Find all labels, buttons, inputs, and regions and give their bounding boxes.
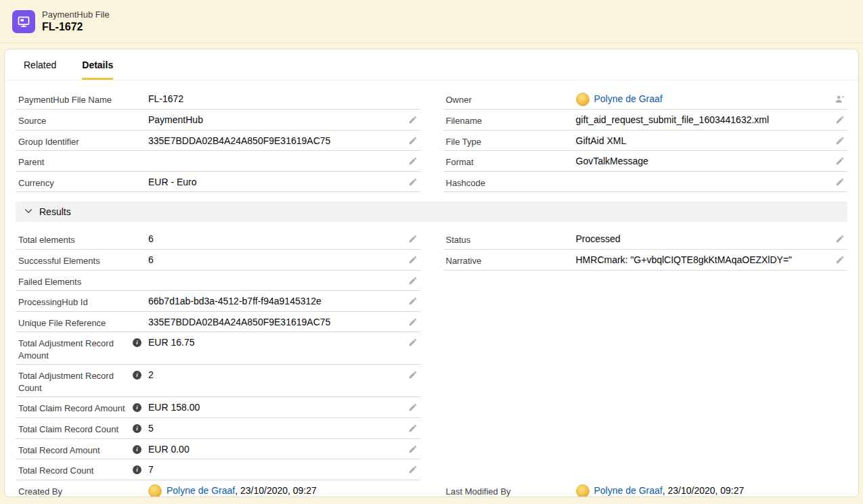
edit-pencil-icon <box>408 156 418 166</box>
field-row: Unique File Reference335E7BDDA02B4A24A85… <box>16 312 847 333</box>
tab-related[interactable]: Related <box>24 49 56 80</box>
field-label-successful-elements: Successful Elements <box>18 253 148 267</box>
field-format: FormatGovTalkMessage <box>443 151 848 172</box>
field-label-format: Format <box>446 154 576 168</box>
field-value-file-type: GiftAid XML <box>576 134 829 148</box>
edit-pencil-icon <box>408 317 418 327</box>
field-value-processinghub-id: 66b7d1ab-bd3a-4512-b7ff-f94a9145312e <box>148 294 401 308</box>
field-label-currency: Currency <box>18 175 148 189</box>
edit-source-button[interactable] <box>408 115 418 126</box>
field-file-type: File TypeGiftAid XML <box>443 131 848 152</box>
field-total-claim-record-amount: Total Claim Record AmountiEUR 158.00 <box>16 397 420 418</box>
edit-total-record-count-button[interactable] <box>408 465 418 476</box>
edit-parent-button[interactable] <box>408 156 418 167</box>
edit-total-elements-button[interactable] <box>408 234 418 245</box>
field-label-unique-file-reference: Unique File Reference <box>18 315 148 329</box>
field-label-parent: Parent <box>18 154 148 168</box>
edit-pencil-icon <box>835 255 845 265</box>
field-successful-elements: Successful Elements6 <box>16 250 420 271</box>
field-label-total-claim-record-count: Total Claim Record Counti <box>18 421 148 436</box>
field-hashcode: Hashcode <box>443 172 848 193</box>
section-header-results[interactable]: Results <box>16 202 847 222</box>
edit-unique-file-reference-button[interactable] <box>408 317 418 328</box>
field-value-total-record-amount: EUR 0.00 <box>148 442 401 457</box>
edit-file-type-button[interactable] <box>835 136 845 147</box>
edit-group-identifier-button[interactable] <box>408 136 418 147</box>
section-title: Results <box>39 206 71 217</box>
field-row: Group Identifier335E7BDDA02B4A24A850F9E3… <box>16 131 847 152</box>
empty-cell <box>443 365 848 397</box>
info-icon[interactable]: i <box>133 445 141 454</box>
info-icon[interactable]: i <box>133 465 141 474</box>
field-value-group-identifier: 335E7BDDA02B4A24A850F9E31619AC75 <box>148 134 401 148</box>
edit-filename-button[interactable] <box>835 115 845 126</box>
field-label-failed-elements: Failed Elements <box>18 274 148 288</box>
field-label-total-record-count: Total Record Counti <box>18 463 148 477</box>
edit-processinghub-id-button[interactable] <box>408 296 418 307</box>
field-row: Total Claim Record AmountiEUR 158.00 <box>16 397 847 418</box>
info-icon[interactable]: i <box>133 424 141 433</box>
field-value-total-adjustment-record-count: 2 <box>148 368 401 382</box>
empty-cell <box>443 332 848 365</box>
field-label-source: Source <box>18 113 148 127</box>
field-value-total-elements: 6 <box>148 232 401 246</box>
field-row: ProcessingHub Id66b7d1ab-bd3a-4512-b7ff-… <box>16 291 847 312</box>
field-total-adjustment-record-amount: Total Adjustment Record AmountiEUR 16.75 <box>16 332 420 365</box>
field-value-total-adjustment-record-amount: EUR 16.75 <box>148 336 401 350</box>
edit-pencil-icon <box>408 403 418 412</box>
edit-pencil-icon <box>408 338 418 347</box>
field-label-group-identifier: Group Identifier <box>18 134 148 148</box>
edit-narrative-button[interactable] <box>835 255 845 266</box>
user-link-owner[interactable]: Polyne de Graaf <box>594 93 663 106</box>
field-row: Total Adjustment Record AmountiEUR 16.75 <box>16 332 847 365</box>
edit-status-button[interactable] <box>835 234 845 245</box>
field-last-modified-by: Last Modified ByPolyne de Graaf, 23/10/2… <box>443 480 848 497</box>
change-owner-button[interactable] <box>835 94 845 106</box>
edit-pencil-icon <box>408 423 418 433</box>
field-row: Total Adjustment Record Counti2 <box>16 365 847 397</box>
field-value-source: PaymentHub <box>148 113 401 127</box>
edit-format-button[interactable] <box>835 156 845 167</box>
edit-total-record-amount-button[interactable] <box>408 444 418 455</box>
edit-pencil-icon <box>408 234 418 244</box>
edit-total-claim-record-amount-button[interactable] <box>408 403 418 413</box>
record-header: PaymentHub File FL-1672 <box>0 0 863 43</box>
avatar <box>576 484 590 497</box>
edit-pencil-icon <box>835 177 845 187</box>
edit-pencil-icon <box>408 115 418 124</box>
user-link-last-modified-by[interactable]: Polyne de Graaf <box>594 484 663 497</box>
edit-hashcode-button[interactable] <box>835 177 845 188</box>
user-timestamp: , 23/10/2020, 09:27 <box>663 484 745 497</box>
field-filename: Filenamegift_aid_request_submit_file_160… <box>443 110 848 131</box>
edit-pencil-icon <box>408 136 418 145</box>
field-value-filename: gift_aid_request_submit_file_1603441632.… <box>576 113 829 127</box>
edit-pencil-icon <box>835 115 845 124</box>
details-panel: PaymentHub File NameFL-1672OwnerPolyne d… <box>5 81 858 497</box>
field-currency: CurrencyEUR - Euro <box>16 172 420 193</box>
field-total-record-count: Total Record Counti7 <box>16 459 420 480</box>
field-row: Successful Elements6NarrativeHMRCmark: "… <box>16 250 847 271</box>
edit-total-adjustment-record-count-button[interactable] <box>408 370 418 381</box>
field-value-narrative: HMRCmark: "G+vbqlCIQTE8gkKtMAqaOEZXlDY=" <box>576 253 829 267</box>
edit-failed-elements-button[interactable] <box>408 276 418 287</box>
field-row: PaymentHub File NameFL-1672OwnerPolyne d… <box>16 89 847 110</box>
info-icon[interactable]: i <box>133 403 141 412</box>
edit-currency-button[interactable] <box>408 177 418 188</box>
edit-pencil-icon <box>408 465 418 474</box>
change-owner-icon <box>835 94 845 104</box>
edit-total-adjustment-record-amount-button[interactable] <box>408 338 418 348</box>
field-processinghub-id: ProcessingHub Id66b7d1ab-bd3a-4512-b7ff-… <box>16 291 420 312</box>
edit-total-claim-record-count-button[interactable] <box>408 423 418 434</box>
empty-cell <box>443 459 848 480</box>
field-value-format: GovTalkMessage <box>576 154 829 168</box>
info-icon[interactable]: i <box>133 371 141 380</box>
field-narrative: NarrativeHMRCmark: "G+vbqlCIQTE8gkKtMAqa… <box>443 250 848 271</box>
edit-successful-elements-button[interactable] <box>408 255 418 266</box>
avatar <box>576 93 590 106</box>
info-icon[interactable]: i <box>133 338 141 347</box>
field-label-total-elements: Total elements <box>18 232 148 246</box>
user-link-created-by[interactable]: Polyne de Graaf <box>167 484 235 497</box>
field-row: SourcePaymentHubFilenamegift_aid_request… <box>16 110 847 131</box>
avatar <box>148 484 162 497</box>
tab-details[interactable]: Details <box>82 49 113 80</box>
